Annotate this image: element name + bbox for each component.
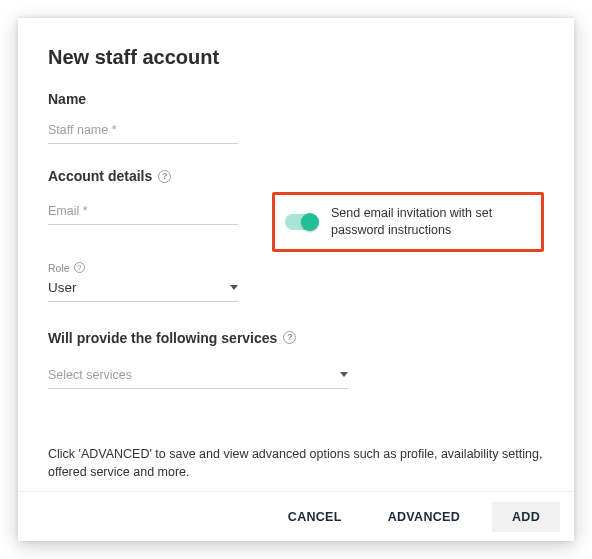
dialog-footer: CANCEL ADVANCED ADD [18, 491, 574, 542]
services-section-label: Will provide the following services ? [48, 330, 544, 346]
toggle-knob [301, 213, 319, 231]
cancel-button[interactable]: CANCEL [274, 502, 356, 532]
role-tiny-label: Role ? [48, 262, 544, 274]
send-invitation-toggle[interactable] [285, 214, 317, 230]
email-input[interactable] [48, 198, 238, 225]
advanced-button[interactable]: ADVANCED [374, 502, 474, 532]
role-tiny-text: Role [48, 262, 70, 274]
name-section-label: Name [48, 91, 544, 107]
role-select[interactable]: User [48, 276, 238, 302]
dialog-title: New staff account [48, 46, 544, 69]
advanced-hint: Click 'ADVANCED' to save and view advanc… [48, 445, 544, 481]
name-label-text: Name [48, 91, 86, 107]
help-icon[interactable]: ? [283, 331, 296, 344]
new-staff-dialog: New staff account Name Account details ? [18, 18, 574, 541]
help-icon[interactable]: ? [74, 262, 85, 273]
toggle-label: Send email invitation with set password … [331, 205, 527, 239]
role-block: Role ? User [48, 262, 544, 302]
services-placeholder: Select services [48, 368, 132, 382]
help-icon[interactable]: ? [158, 170, 171, 183]
services-select[interactable]: Select services [48, 364, 348, 389]
chevron-down-icon [340, 372, 348, 377]
account-label-text: Account details [48, 168, 152, 184]
role-value: User [48, 280, 77, 295]
staff-name-input[interactable] [48, 117, 238, 144]
invitation-highlight: Send email invitation with set password … [272, 192, 544, 252]
dialog-body: New staff account Name Account details ? [18, 18, 574, 491]
services-label-text: Will provide the following services [48, 330, 277, 346]
account-section-label: Account details ? [48, 168, 544, 184]
services-block: Select services [48, 364, 544, 389]
chevron-down-icon [230, 285, 238, 290]
add-button[interactable]: ADD [492, 502, 560, 532]
account-row: Send email invitation with set password … [48, 192, 544, 252]
name-field-row [48, 117, 544, 144]
